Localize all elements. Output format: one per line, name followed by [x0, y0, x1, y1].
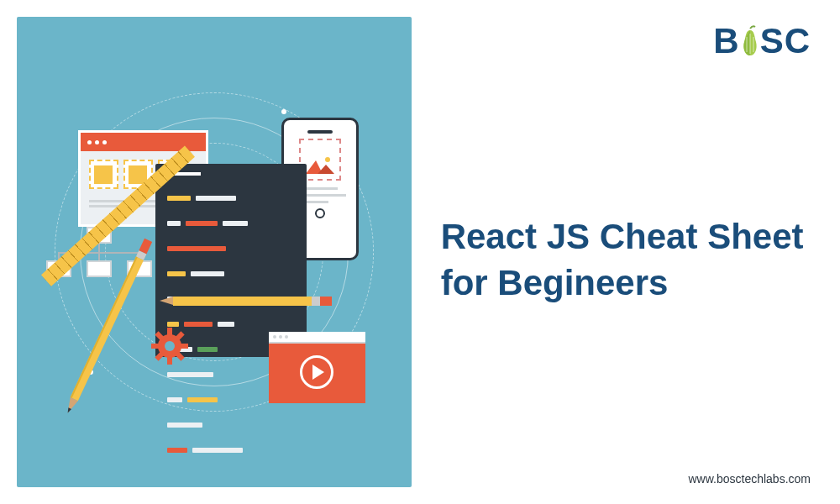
logo-letter-c: C: [785, 21, 811, 61]
svg-rect-6: [151, 344, 160, 349]
page-container: B S C React JS Cheat Sheet for Begineers…: [0, 0, 840, 504]
orbit-dot: [281, 109, 286, 114]
content-panel: B S C React JS Cheat Sheet for Begineers…: [412, 0, 840, 504]
footer-website-url: www.bosctechlabs.com: [688, 472, 811, 486]
svg-rect-5: [167, 356, 172, 365]
dev-illustration: [46, 84, 382, 420]
svg-point-12: [165, 341, 175, 351]
brand-logo: B S C: [713, 21, 811, 61]
pear-icon: [738, 25, 762, 57]
logo-letter-s: S: [760, 21, 785, 61]
video-player-icon: [269, 332, 365, 403]
gear-icon: [151, 328, 188, 365]
logo-letter-b: B: [713, 21, 739, 61]
svg-rect-4: [167, 328, 172, 336]
svg-point-0: [325, 157, 330, 162]
pencil-icon: [160, 297, 340, 306]
svg-rect-7: [180, 344, 188, 349]
page-headline: React JS Cheat Sheet for Begineers: [441, 214, 819, 306]
illustration-panel: [17, 17, 412, 487]
